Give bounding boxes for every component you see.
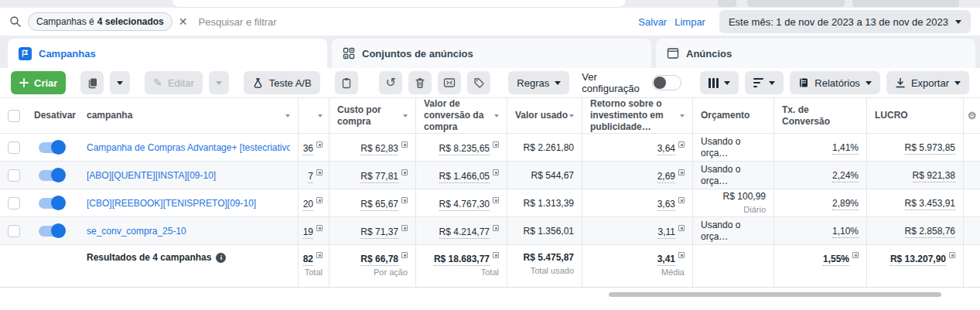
sort-caret-icon [403,114,408,118]
create-button[interactable]: Criar [11,71,66,94]
spent-value: R$ 2.261,80 [524,142,574,153]
col-header-cost[interactable]: Custo por compra [329,98,415,133]
inspect-button[interactable] [438,71,461,94]
undo-button[interactable]: ↺ [379,71,402,94]
filter-chip[interactable]: Campanhas é 4 selecionados [28,12,172,31]
attribution-icon [401,141,408,148]
row-checkbox[interactable] [8,141,20,154]
attribution-icon [401,169,408,175]
attribution-icon [493,141,499,148]
attribution-icon [401,225,408,231]
attribution-icon [678,252,685,258]
tab-campanhas[interactable]: Campanhas [8,39,327,68]
summary-label: Resultados de 4 campanhas [87,252,211,263]
columns-icon [709,78,719,88]
col-header-roas[interactable]: Retorno sobre o investimento em publicid… [582,98,692,133]
campaign-active-toggle[interactable] [39,198,65,209]
select-all-checkbox[interactable] [8,110,20,122]
chevron-down-icon [769,81,775,85]
attribution-icon [493,197,499,203]
col-header-results[interactable] [298,98,329,133]
campaign-name-link[interactable]: se_conv_compra_25-10 [87,226,186,237]
col-header-conv-value[interactable]: Valor de conversão da compra [415,98,507,133]
clear-filter-link[interactable]: Limpar [674,16,705,28]
tag-button[interactable] [467,71,490,94]
ab-test-button[interactable]: Teste A/B [244,71,320,94]
col-header-campaign[interactable]: campanha [77,98,298,133]
delete-button[interactable] [408,71,432,94]
sort-caret-icon [318,114,323,118]
download-icon [895,77,906,88]
campaign-name-link[interactable]: [ABO][QUENTE][INSTA][09-10] [87,170,216,181]
export-button[interactable]: Exportar [886,71,969,94]
spent-value: R$ 1.356,01 [524,226,574,237]
attribution-icon [316,141,323,148]
level-tabs: Campanhas Conjuntos de anúncios Anúncios [0,36,980,68]
cutoff-button [718,0,736,7]
paste-button[interactable] [335,71,358,94]
ab-test-label: Teste A/B [269,77,312,89]
attribution-icon [316,252,323,258]
row-checkbox[interactable] [8,169,20,182]
trash-icon [415,77,425,89]
columns-button[interactable] [700,71,739,94]
col-header-spent[interactable]: Valor usado [507,98,582,133]
campaign-name-link[interactable]: Campanha de Compras Advantage+ [testecri… [87,142,290,153]
create-label: Criar [34,77,57,89]
adsets-grid-icon [343,47,355,60]
attribution-icon [493,225,499,231]
chevron-down-icon [866,81,872,85]
campaign-active-toggle[interactable] [39,226,65,237]
ads-frame-icon [667,47,679,60]
duplicate-button[interactable] [80,71,104,94]
tag-icon [473,77,484,88]
attribution-icon [949,252,955,258]
chevron-down-icon [117,81,123,85]
table-row: [CBO][REEBOOK][TENISPRETO][09-10] 20 R$ … [0,189,980,217]
campaign-active-toggle[interactable] [39,142,65,153]
date-range-picker[interactable]: Este mês: 1 de nov de 2023 a 13 de nov d… [719,10,971,33]
row-checkbox[interactable] [8,197,20,210]
info-icon[interactable]: i [216,253,226,263]
col-header-profit[interactable]: LUCRO [866,98,963,133]
edit-button[interactable]: ✎ Editar [145,71,203,94]
spent-value: R$ 544,67 [531,170,574,181]
tab-conjuntos-de-anuncios[interactable]: Conjuntos de anúncios [332,39,651,68]
duplicate-icon [87,77,98,89]
attribution-icon [678,141,685,148]
budget-cell: R$ 100,99Diário [701,191,766,215]
duplicate-options-button[interactable] [110,71,130,94]
inspect-icon [443,77,456,88]
view-setup-label: Ver configuração [582,71,639,94]
rules-button[interactable]: Regras [508,71,569,94]
attribution-icon [678,169,685,175]
save-filter-link[interactable]: Salvar [638,16,667,28]
horizontal-scrollbar[interactable] [609,292,941,297]
close-icon[interactable]: ✕ [179,16,188,27]
col-header-budget[interactable]: Orçamento [692,98,773,133]
budget-cell: Usando o orça… [701,164,766,186]
reports-button[interactable]: Relatórios [790,71,880,94]
breakdown-button[interactable] [745,71,784,94]
attribution-icon [493,252,499,258]
attribution-icon [316,169,323,175]
attribution-icon [316,225,323,231]
search-icon [9,15,22,28]
sort-caret-icon [680,114,685,118]
attribution-icon [401,197,408,203]
table-body: Campanha de Compras Advantage+ [testecri… [0,134,980,245]
summary-row: Resultados de 4 campanhasi 82Total R$ 66… [0,245,980,288]
view-setup-toggle[interactable] [652,75,681,90]
chevron-down-icon [954,81,961,85]
row-checkbox[interactable] [8,225,20,237]
search-input[interactable] [199,16,627,28]
chevron-down-icon [216,81,222,85]
tab-anuncios[interactable]: Anúncios [656,39,975,68]
main-panel: Criar ✎ Editar Teste A/B ↺ [0,68,980,310]
col-header-conv-rate[interactable]: Tx. de Conversão [773,98,866,133]
edit-options-button[interactable] [209,71,229,94]
toolbar: Criar ✎ Editar Teste A/B ↺ [0,68,980,97]
campaign-active-toggle[interactable] [39,170,65,181]
gear-icon[interactable]: ⚙ [968,111,977,121]
campaign-name-link[interactable]: [CBO][REEBOOK][TENISPRETO][09-10] [87,198,256,209]
